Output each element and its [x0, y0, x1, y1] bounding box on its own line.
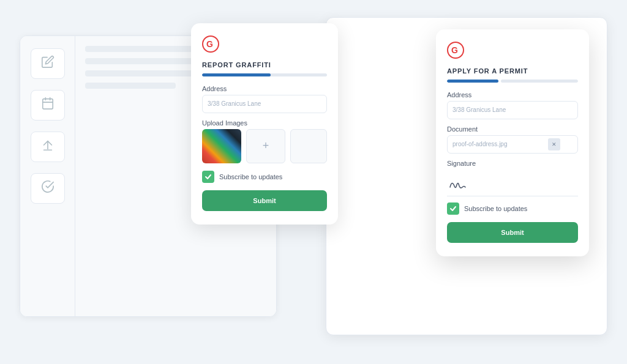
progress-bar-front	[447, 80, 578, 83]
granicus-logo-front: G	[447, 42, 464, 59]
document-input-front[interactable]: proof-of-address.jpg ✕	[447, 135, 578, 154]
submit-button-front[interactable]: Submit	[447, 222, 578, 243]
address-label-front: Address	[447, 91, 578, 98]
granicus-logo-middle: G	[202, 35, 219, 53]
upload-icon	[41, 138, 54, 155]
submit-button-middle[interactable]: Submit	[202, 190, 327, 211]
progress-bar-middle	[202, 73, 327, 76]
signature-drawing	[447, 174, 484, 193]
calendar-icon	[41, 97, 54, 113]
card-apply-permit: G APPLY FOR A PERMIT Address 3/38 Granic…	[436, 29, 589, 256]
subscribe-label-front: Subscribe to updates	[464, 205, 527, 212]
signature-label-front: Signature	[447, 160, 578, 167]
sidebar-item-calendar[interactable]	[31, 90, 65, 121]
document-label-front: Document	[447, 125, 578, 133]
check-circle-icon	[41, 180, 54, 196]
document-input-wrapper: proof-of-address.jpg ✕	[447, 135, 578, 154]
upload-add-button-middle[interactable]: +	[246, 129, 285, 163]
progress-fill-front-2	[501, 80, 578, 83]
signature-area-front[interactable]	[447, 169, 578, 196]
address-input-middle[interactable]: 3/38 Granicus Lane	[202, 95, 327, 113]
address-label-middle: Address	[202, 85, 327, 92]
address-placeholder-front: 3/38 Granicus Lane	[452, 106, 506, 113]
progress-fill-middle	[202, 73, 271, 76]
submit-label-middle: Submit	[253, 197, 276, 204]
submit-label-front: Submit	[501, 229, 524, 236]
upload-area-middle: +	[202, 129, 327, 163]
placeholder-line-4	[85, 83, 176, 89]
checkmark-icon-front	[449, 205, 457, 212]
plus-icon-middle: +	[263, 139, 269, 152]
address-input-front[interactable]: 3/38 Granicus Lane	[447, 101, 578, 119]
subscribe-row-middle: Subscribe to updates	[202, 171, 327, 183]
svg-text:G: G	[206, 39, 213, 49]
upload-thumb-middle	[202, 129, 241, 163]
upload-extra-space-middle	[290, 129, 327, 163]
sidebar	[20, 36, 75, 316]
sidebar-item-upload[interactable]	[31, 132, 65, 162]
upload-label-middle: Upload Images	[202, 119, 327, 127]
main-scene: G REPORT GRAFFITI Address 3/38 Granicus …	[20, 17, 607, 347]
subscribe-checkbox-front[interactable]	[447, 202, 459, 215]
checkmark-icon-middle	[205, 173, 212, 180]
sidebar-item-pencil[interactable]	[31, 48, 65, 79]
subscribe-row-front: Subscribe to updates	[447, 202, 578, 215]
form-title-middle: REPORT GRAFFITI	[202, 61, 327, 69]
pencil-icon	[41, 55, 54, 72]
svg-rect-0	[42, 99, 53, 110]
document-value-front: proof-of-address.jpg	[452, 141, 508, 147]
address-placeholder-middle: 3/38 Granicus Lane	[208, 100, 261, 107]
progress-fill-front-1	[447, 80, 498, 83]
thumb-image-middle	[202, 129, 241, 163]
sidebar-item-check[interactable]	[31, 173, 65, 204]
form-title-front: APPLY FOR A PERMIT	[447, 67, 578, 75]
card-report-graffiti: G REPORT GRAFFITI Address 3/38 Granicus …	[191, 23, 338, 225]
svg-text:G: G	[451, 45, 458, 55]
document-attachment-icon: ✕	[548, 138, 560, 150]
subscribe-checkbox-middle[interactable]	[202, 171, 214, 183]
placeholder-line-2	[85, 58, 194, 64]
subscribe-label-middle: Subscribe to updates	[219, 173, 282, 180]
